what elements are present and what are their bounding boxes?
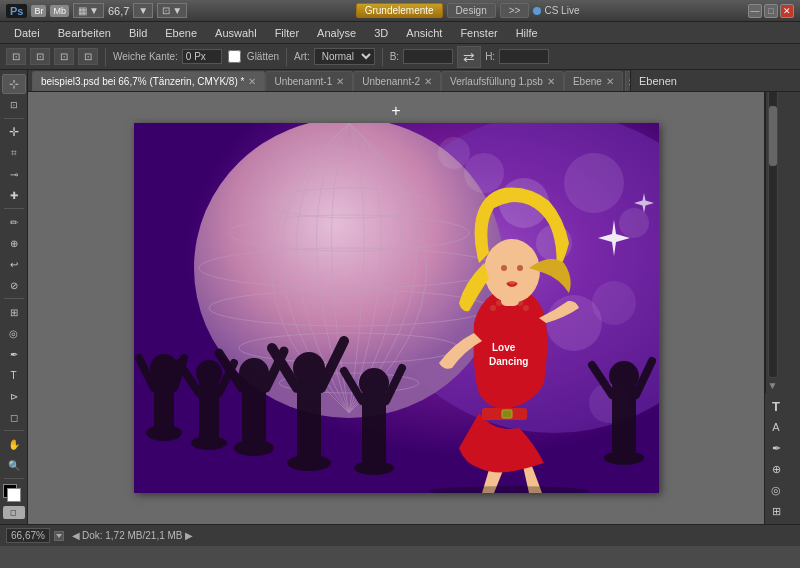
dodge-tool[interactable]: ◎ <box>2 323 26 343</box>
tool-preset-btn3[interactable]: ⊡ <box>54 48 74 65</box>
options-separator <box>105 48 106 66</box>
path-tool-right[interactable]: A <box>767 418 785 436</box>
tab-close-3[interactable]: ✕ <box>547 76 555 87</box>
svg-point-63 <box>501 265 507 271</box>
tab-label: Ebene <box>573 76 602 87</box>
zoom-display: 66,7 <box>108 5 129 17</box>
menu-bearbeiten[interactable]: Bearbeiten <box>50 25 119 41</box>
weiche-kante-label: Weiche Kante: <box>113 51 178 62</box>
stamp-tool[interactable]: ⊕ <box>2 233 26 253</box>
arrange-dropdown[interactable]: ▦ ▼ <box>73 3 104 18</box>
pen-tool-right[interactable]: ✒ <box>767 439 785 457</box>
menu-bild[interactable]: Bild <box>121 25 155 41</box>
svg-text:Dancing: Dancing <box>489 356 528 367</box>
tab-verlaufsfuellung[interactable]: Verlaufsfüllung 1.psb ✕ <box>441 71 564 91</box>
doc-info: Dok: 1,72 MB/21,1 MB <box>82 530 183 541</box>
scroll-down-arrow[interactable]: ▼ <box>768 380 778 391</box>
main-layout: ⊹ ⊡ ✛ ⌗ ⊸ ✚ ✏ ⊕ ↩ ⊘ ⊞ ◎ ✒ T ⊳ ◻ ✋ 🔍 ◻ be… <box>0 70 800 524</box>
maximize-button[interactable]: □ <box>764 4 778 18</box>
menu-fenster[interactable]: Fenster <box>452 25 505 41</box>
bridge-icon[interactable]: Br <box>31 5 46 17</box>
v-scroll-track[interactable] <box>768 85 778 378</box>
eraser-tool[interactable]: ⊘ <box>2 275 26 295</box>
eyedropper-tool[interactable]: ⊸ <box>2 164 26 184</box>
design-button[interactable]: Design <box>447 3 496 18</box>
artwork-canvas[interactable]: Love Dancing <box>134 123 659 493</box>
tool-sep5 <box>4 478 24 479</box>
b-label: B: <box>390 51 399 62</box>
canvas-content: + <box>28 92 764 524</box>
status-nav-left[interactable]: ◀ <box>72 530 80 541</box>
tab-beispiel3[interactable]: beispiel3.psd bei 66,7% (Tänzerin, CMYK/… <box>32 71 265 91</box>
art-select[interactable]: Normal <box>314 48 375 65</box>
measure-tool-right[interactable]: ◎ <box>767 481 785 499</box>
grundelemente-button[interactable]: Grundelemente <box>356 3 443 18</box>
hand-tool[interactable]: ✋ <box>2 434 26 454</box>
glatten-checkbox[interactable] <box>228 50 241 63</box>
tool-sep3 <box>4 298 24 299</box>
color-swatches[interactable] <box>3 484 25 502</box>
cs-live-label: CS Live <box>544 5 579 16</box>
menu-filter[interactable]: Filter <box>267 25 307 41</box>
svg-point-11 <box>564 153 624 213</box>
b-input[interactable] <box>403 49 453 64</box>
v-scroll-thumb[interactable] <box>769 106 777 166</box>
h-input[interactable] <box>499 49 549 64</box>
menu-datei[interactable]: Datei <box>6 25 48 41</box>
menu-auswahl[interactable]: Auswahl <box>207 25 265 41</box>
svg-point-64 <box>517 265 523 271</box>
workspace-nav: Grundelemente Design >> CS Live <box>356 3 580 18</box>
menu-analyse[interactable]: Analyse <box>309 25 364 41</box>
gradient-tool[interactable]: ⊞ <box>2 302 26 322</box>
tab-close-2[interactable]: ✕ <box>424 76 432 87</box>
tab-close-1[interactable]: ✕ <box>336 76 344 87</box>
minimize-button[interactable]: — <box>748 4 762 18</box>
menu-hilfe[interactable]: Hilfe <box>508 25 546 41</box>
type-tool-right[interactable]: T <box>767 397 785 415</box>
title-bar-left: Ps Br Mb ▦ ▼ 66,7 ▼ ⊡ ▼ <box>6 3 187 18</box>
tab-unbenannt2[interactable]: Unbenannt-2 ✕ <box>353 71 441 91</box>
menu-3d[interactable]: 3D <box>366 25 396 41</box>
swap-btn[interactable]: ⇄ <box>457 46 481 68</box>
screen-mode-dropdown[interactable]: ⊡ ▼ <box>157 3 187 18</box>
close-button[interactable]: ✕ <box>780 4 794 18</box>
move-tool[interactable]: ✛ <box>2 122 26 142</box>
other-tool-right[interactable]: ⊞ <box>767 502 785 520</box>
menu-ebene[interactable]: Ebene <box>157 25 205 41</box>
tab-close-4[interactable]: ✕ <box>606 76 614 87</box>
tab-close-0[interactable]: ✕ <box>248 76 256 87</box>
shape-tool-right[interactable]: ⊕ <box>767 460 785 478</box>
tab-unbenannt1[interactable]: Unbenannt-1 ✕ <box>265 71 353 91</box>
crop-tool[interactable]: ⌗ <box>2 143 26 163</box>
zoom-value-box[interactable]: 66,67% <box>6 528 50 543</box>
layers-tab[interactable]: Ebenen <box>631 75 685 87</box>
title-bar: Ps Br Mb ▦ ▼ 66,7 ▼ ⊡ ▼ Grundelemente De… <box>0 0 800 22</box>
tool-preset-btn4[interactable]: ⊡ <box>78 48 98 65</box>
layers-tab-strip: Ebenen <box>630 70 800 92</box>
pen-tool[interactable]: ✒ <box>2 344 26 364</box>
selection-tool[interactable]: ⊹ <box>2 74 26 94</box>
shape-tool[interactable]: ◻ <box>2 407 26 427</box>
minibrige-icon[interactable]: Mb <box>50 5 69 17</box>
history-tool[interactable]: ↩ <box>2 254 26 274</box>
svg-text:Love: Love <box>492 342 516 353</box>
lasso-tool[interactable]: ⊡ <box>2 95 26 115</box>
zoom-tool[interactable]: 🔍 <box>2 455 26 475</box>
weiche-kante-input[interactable] <box>182 49 222 64</box>
tool-preset-btn2[interactable]: ⊡ <box>30 48 50 65</box>
path-select-tool[interactable]: ⊳ <box>2 386 26 406</box>
tool-preset-btn1[interactable]: ⊡ <box>6 48 26 65</box>
canvas-area: beispiel3.psd bei 66,7% (Tänzerin, CMYK/… <box>28 70 764 524</box>
menu-bar: Datei Bearbeiten Bild Ebene Auswahl Filt… <box>0 22 800 44</box>
cs-live[interactable]: CS Live <box>533 5 579 16</box>
more-workspaces-button[interactable]: >> <box>500 3 530 18</box>
type-tool[interactable]: T <box>2 365 26 385</box>
status-nav-right[interactable]: ▶ <box>185 530 193 541</box>
zoom-dropdown[interactable]: ▼ <box>133 3 153 18</box>
tab-ebene[interactable]: Ebene ✕ <box>564 71 623 91</box>
heal-tool[interactable]: ✚ <box>2 185 26 205</box>
quick-mask-btn[interactable]: ◻ <box>3 506 25 519</box>
menu-ansicht[interactable]: Ansicht <box>398 25 450 41</box>
svg-point-19 <box>611 235 617 241</box>
brush-tool[interactable]: ✏ <box>2 212 26 232</box>
